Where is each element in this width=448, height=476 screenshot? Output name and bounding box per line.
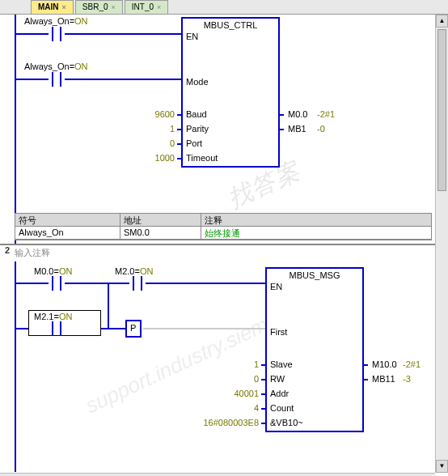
contact-m21-selected[interactable] <box>28 310 101 336</box>
pin-baud: Baud <box>186 109 207 119</box>
count-value: 4 <box>202 403 259 413</box>
pin-first: First <box>270 327 287 337</box>
tab-main[interactable]: MAIN× <box>31 0 74 14</box>
tab-int0-label: INT_0 <box>132 2 154 11</box>
wire <box>16 283 49 284</box>
close-icon[interactable]: × <box>112 3 116 11</box>
dataptr-value: 16#080003E8 <box>186 418 259 427</box>
pin-mode: Mode <box>186 77 209 87</box>
scroll-up-button[interactable]: ▲ <box>436 15 448 28</box>
pin-tick <box>364 379 368 380</box>
out-mb11: -3 <box>403 374 411 384</box>
pin-tick <box>364 364 368 366</box>
pin-tick <box>280 114 284 116</box>
pin-tick <box>177 158 181 159</box>
pin-tick <box>280 129 284 130</box>
timeout-value: 1000 <box>129 153 175 163</box>
contact-label: Always_On=ON <box>24 62 88 71</box>
network-comment[interactable]: 输入注释 <box>15 247 50 259</box>
contact-label: M0.0=ON <box>34 266 72 276</box>
wire <box>16 33 49 35</box>
out-mb1: -0 <box>317 124 325 134</box>
box-title: MBUS_CTRL <box>183 19 278 32</box>
out-addr: MB1 <box>288 124 306 134</box>
pin-count: Count <box>270 403 294 413</box>
rw-value: 0 <box>202 374 259 384</box>
pin-en: EN <box>186 32 198 41</box>
port-value: 0 <box>129 138 175 148</box>
pin-tick <box>261 423 265 424</box>
contact-m00[interactable] <box>49 276 65 291</box>
wire <box>16 328 28 329</box>
mbus-msg-box[interactable]: MBUS_MSG EN First Slave RW Addr Count &V… <box>265 267 364 432</box>
addr-value: 40001 <box>202 389 259 398</box>
table-row[interactable]: Always_On SM0.0 始终接通 <box>15 227 431 240</box>
tab-sbr0-label: SBR_0 <box>82 2 108 11</box>
vertical-scrollbar[interactable]: ▲ ▼ <box>435 15 448 473</box>
pin-tick <box>261 393 265 395</box>
wire <box>16 79 49 80</box>
pin-port: Port <box>186 138 202 148</box>
th-symbol: 符号 <box>15 214 120 227</box>
wire <box>109 283 129 284</box>
wire <box>146 283 265 284</box>
contact-always-on[interactable] <box>49 72 65 87</box>
network-2: 2 输入注释 M0.0=ON M2.0=ON M2.1=ON P MBUS_MS… <box>0 245 435 472</box>
contact-label: M2.0=ON <box>115 266 153 276</box>
wire <box>65 33 181 35</box>
out-addr: MB11 <box>372 374 395 384</box>
baud-value: 9600 <box>129 109 175 119</box>
slave-value: 1 <box>202 359 259 369</box>
out-m100: -2#1 <box>403 359 421 369</box>
symbol-table: 符号 地址 注释 Always_On SM0.0 始终接通 <box>15 213 432 240</box>
wire <box>108 283 109 329</box>
parity-value: 1 <box>129 124 175 134</box>
scroll-thumb[interactable] <box>437 29 446 191</box>
wire <box>65 79 181 80</box>
wire <box>65 283 109 284</box>
td-address: SM0.0 <box>120 227 201 240</box>
power-rail <box>15 261 16 472</box>
close-icon[interactable]: × <box>157 3 161 11</box>
pin-tick <box>177 114 181 116</box>
power-rail <box>15 15 16 244</box>
th-address: 地址 <box>120 214 201 227</box>
pin-tick <box>177 143 181 145</box>
td-symbol: Always_On <box>15 227 120 240</box>
pin-tick <box>177 129 181 130</box>
pin-tick <box>261 364 265 366</box>
out-addr: M10.0 <box>372 359 397 369</box>
network-1: Always_On=ON Always_On=ON MBUS_CTRL EN M… <box>0 15 435 245</box>
contact-m21[interactable] <box>49 321 65 336</box>
horizontal-scrollbar[interactable] <box>0 473 435 476</box>
pin-timeout: Timeout <box>186 153 218 163</box>
mbus-ctrl-box[interactable]: MBUS_CTRL EN Mode Baud Parity Port Timeo… <box>181 17 280 168</box>
box-title: MBUS_MSG <box>267 269 362 282</box>
tab-bar: MAIN× SBR_0× INT_0× <box>0 0 448 15</box>
contact-m20[interactable] <box>129 276 146 291</box>
th-comment: 注释 <box>201 214 431 227</box>
network-number: 2 <box>2 245 13 255</box>
pin-tick <box>261 408 265 410</box>
positive-edge[interactable]: P <box>125 320 142 338</box>
pin-tick <box>261 379 265 380</box>
tab-int0[interactable]: INT_0× <box>125 0 169 14</box>
tab-main-label: MAIN <box>38 2 59 11</box>
td-comment: 始终接通 <box>201 227 431 240</box>
out-m00: -2#1 <box>317 109 335 119</box>
wire-inactive <box>143 328 265 329</box>
close-icon[interactable]: × <box>62 3 66 11</box>
tab-sbr0[interactable]: SBR_0× <box>75 0 123 14</box>
pin-rw: RW <box>270 374 285 384</box>
pin-addr: Addr <box>270 389 289 398</box>
pin-parity: Parity <box>186 124 209 134</box>
pin-slave: Slave <box>270 359 293 369</box>
contact-label: Always_On=ON <box>24 16 88 26</box>
scroll-down-button[interactable]: ▼ <box>436 460 448 473</box>
contact-always-on[interactable] <box>49 27 65 41</box>
out-addr: M0.0 <box>288 109 307 119</box>
ladder-editor: 找答案 support.industry.siemens.com/cs Alwa… <box>0 15 435 473</box>
pin-dataptr: &VB10~ <box>270 418 303 427</box>
wire <box>101 328 125 329</box>
table-header: 符号 地址 注释 <box>15 214 431 227</box>
